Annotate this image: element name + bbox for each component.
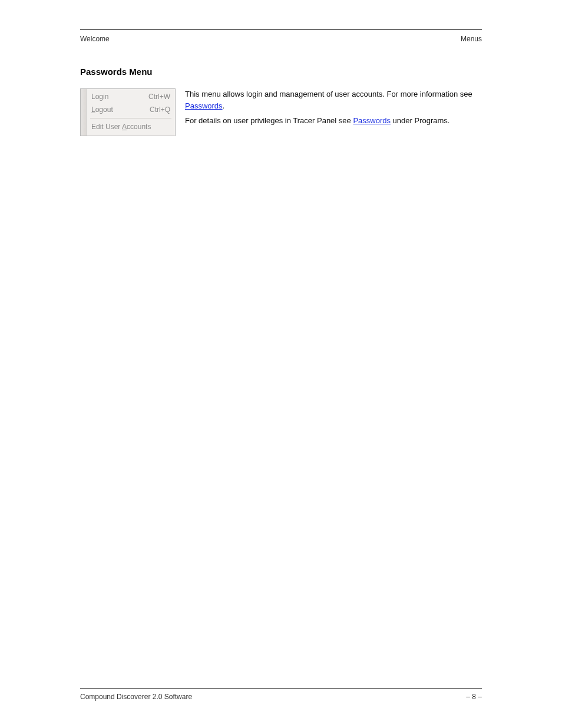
menu-item-label: Login bbox=[91, 93, 108, 101]
document-page: Welcome Menus Passwords Menu Login Ctrl+… bbox=[0, 0, 562, 728]
running-header: Welcome Menus bbox=[80, 35, 482, 43]
menu-handle bbox=[81, 89, 87, 136]
menu-item-shortcut: Ctrl+Q bbox=[150, 106, 170, 114]
menu-body: Login Ctrl+W Logout Ctrl+Q Edit User A bbox=[81, 89, 175, 136]
footer-left: Compound Discoverer 2.0 Software bbox=[80, 693, 192, 701]
description-text: This menu allows login and management of… bbox=[185, 88, 482, 130]
content-row: Login Ctrl+W Logout Ctrl+Q Edit User A bbox=[80, 88, 482, 136]
footer-right: – 8 – bbox=[466, 693, 482, 701]
footer-rule bbox=[80, 689, 482, 689]
menu-item-label: Logout bbox=[91, 106, 113, 114]
menu-item-edit-user-accounts[interactable]: Edit User Accounts bbox=[90, 120, 171, 133]
section-title: Passwords Menu bbox=[80, 67, 482, 77]
desc-paragraph-2: For details on user privileges in Tracer… bbox=[185, 115, 482, 127]
header-rule bbox=[80, 29, 482, 30]
link-passwords-2[interactable]: Passwords bbox=[353, 116, 391, 125]
header-left: Welcome bbox=[80, 35, 110, 43]
menu-item-shortcut: Ctrl+W bbox=[148, 93, 170, 101]
desc-paragraph-1: This menu allows login and management of… bbox=[185, 88, 482, 111]
footer-row: Compound Discoverer 2.0 Software – 8 – bbox=[80, 693, 482, 701]
menu-item-login[interactable]: Login Ctrl+W bbox=[90, 90, 171, 103]
menu-items: Login Ctrl+W Logout Ctrl+Q Edit User A bbox=[87, 89, 175, 136]
menu-item-label: Edit User Accounts bbox=[91, 123, 151, 131]
menu-item-logout[interactable]: Logout Ctrl+Q bbox=[90, 103, 171, 116]
header-right: Menus bbox=[461, 35, 482, 43]
menu-separator bbox=[90, 118, 171, 118]
passwords-menu-screenshot: Login Ctrl+W Logout Ctrl+Q Edit User A bbox=[80, 88, 176, 136]
link-passwords-1[interactable]: Passwords bbox=[185, 101, 223, 110]
running-footer: Compound Discoverer 2.0 Software – 8 – bbox=[80, 689, 482, 701]
